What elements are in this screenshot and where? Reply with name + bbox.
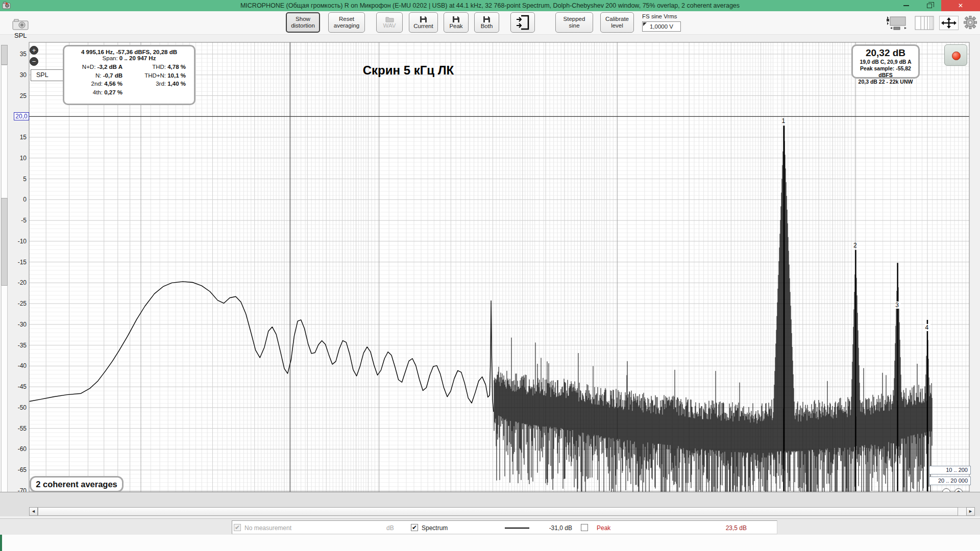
h4-label: 4th: [93,89,103,95]
spectrum-line-sample [505,528,529,529]
span-label: Span: [103,55,118,61]
y-tick-label--30: -30 [18,321,27,328]
level-weighted-values: 19,0 dB C, 20,9 dB A [853,59,918,65]
n-value: -0,7 dB [103,72,122,79]
y-tick-label-0: 0 [23,196,27,203]
level-readout-box: 20,32 dB 19,0 dB C, 20,9 dB A Peak sampl… [851,44,920,79]
chart-title: Скрин 5 кГц ЛК [306,63,510,78]
x-axis-strip [0,492,980,507]
h2-value: 4,56 % [104,81,122,87]
app-window: MICROPHONE (Общая громкость) R on Микроф… [0,0,980,551]
y-cursor-box[interactable]: 20,0 [14,112,29,120]
cursor-readout: 4 995,16 Hz, -57,36 dBFS, 20,28 dB [81,49,177,55]
thd-value: 4,78 % [167,64,186,70]
status-bar: ✔ No measurement dB ✔ Spectrum -31,0 dB … [0,518,980,535]
thd-label: THD: [152,64,166,70]
y-tick-label-15: 15 [20,134,27,141]
y-tick-label--20: -20 [18,279,27,286]
y-tick-label-25: 25 [20,92,27,99]
y-tick-label-10: 10 [20,155,27,162]
y-tick-label--50: -50 [18,404,27,411]
db-unit-label: dB [386,524,394,532]
span-value: 0 .. 20 947 Hz [119,55,156,61]
y-tick-label-5: 5 [23,176,27,183]
peak-checkbox[interactable] [581,524,588,531]
y-tick-label--5: -5 [21,217,27,224]
level-peak-sample: Peak sample: -55,82 dBFS [853,65,918,79]
nd-label: N+D: [82,64,96,70]
level-unweighted-value: 20,3 dB 22 - 22k UNW [853,79,918,85]
spl-mode-value: SPL [31,70,65,81]
peak-number-label: 4 [925,324,929,331]
y-tick-label-30: 30 [20,71,27,79]
no-measurement-checkbox[interactable]: ✔ [234,524,241,531]
y-tick-label--15: -15 [18,259,27,266]
level-big-value: 20,32 dB [853,47,918,59]
horizontal-scrollbar[interactable]: ◄ ► [0,507,980,516]
range-box-1[interactable]: 10 .. 200 [929,466,971,474]
spectrum-checkbox[interactable]: ✔ [411,524,418,531]
y-tick-label--35: -35 [18,342,27,349]
y-tick-label--45: -45 [18,383,27,390]
y-tick-label--40: -40 [18,362,27,369]
bottom-green-bar [0,535,2,551]
zoom-out-button[interactable]: − [30,57,38,66]
y-tick-label--55: -55 [18,425,27,432]
status-panel: ✔ No measurement dB ✔ Spectrum -31,0 dB … [232,520,777,534]
peak-number-label: 2 [853,242,857,249]
h3-label: 3rd: [156,81,166,87]
measurement-info-box: 4 995,16 Hz, -57,36 dBFS, 20,28 dB Span:… [63,45,195,105]
peak-number-label: 1 [782,117,786,124]
zoom-in-button[interactable]: + [30,46,38,55]
scroll-left-arrow[interactable]: ◄ [29,507,38,516]
thdn-value: 10,1 % [167,72,186,79]
peak-level-value: 23,5 dB [716,524,747,532]
no-measurement-label: No measurement [244,524,291,532]
spectrum-label: Spectrum [422,524,448,532]
h4-value: 0,27 % [104,89,122,95]
y-tick-label--25: -25 [18,300,27,307]
y-tick-label--65: -65 [18,466,27,473]
y-tick-label-35: 35 [20,51,27,58]
nd-value: -3,2 dB A [97,64,122,70]
h3-value: 1,40 % [167,81,186,87]
y-tick-label--10: -10 [18,238,27,245]
record-button[interactable] [944,44,967,66]
range-box-2[interactable]: 20 .. 20 000 [929,477,971,485]
scrollbar-thumb[interactable] [38,507,958,516]
peak-number-label: 3 [895,302,899,309]
averages-box: 2 coherent averages [30,476,124,492]
record-icon [952,52,961,60]
y-tick-label--60: -60 [18,445,27,453]
peak-label: Peak [597,524,610,532]
n-label: N: [95,72,102,79]
h2-label: 2nd: [91,81,103,87]
scroll-right-arrow[interactable]: ► [966,507,975,516]
bottom-strip [0,535,980,551]
spectrum-level-value: -31,0 dB [542,524,572,532]
thdn-label: THD+N: [144,72,166,79]
